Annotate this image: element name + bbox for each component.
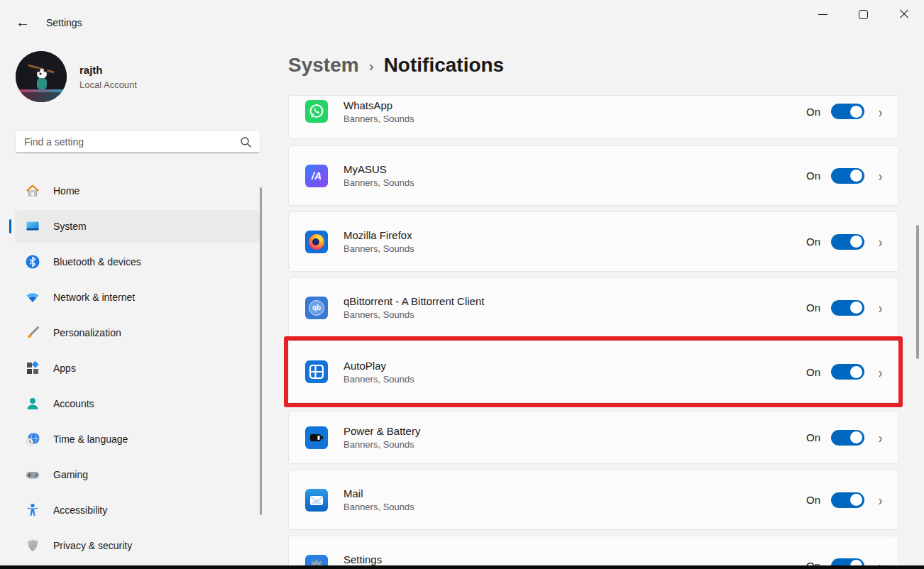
sidebar-item-accounts[interactable]: Accounts: [15, 387, 260, 420]
page-title: Notifications: [384, 54, 505, 77]
firefox-icon: [305, 231, 328, 253]
notification-toggle[interactable]: [831, 430, 864, 446]
paintbrush-icon: [25, 325, 40, 341]
toggle-knob: [850, 366, 862, 378]
mail-icon: [305, 489, 328, 512]
accessibility-icon: [25, 502, 40, 518]
myasus-glyph: /A: [312, 170, 321, 182]
back-button[interactable]: ←: [11, 11, 34, 33]
chevron-right-icon[interactable]: ›: [879, 492, 883, 507]
app-subtitle: Banners, Sounds: [343, 243, 414, 254]
app-row-mail[interactable]: Mail Banners, Sounds On ›: [288, 470, 899, 530]
toggle-knob: [850, 170, 862, 182]
firefox-logo: [309, 234, 324, 250]
notification-toggle[interactable]: [831, 168, 864, 184]
toggle-knob: [850, 106, 862, 118]
breadcrumb-chevron-icon: ›: [369, 57, 374, 74]
app-row-autoplay[interactable]: AutoPlay Banners, Sounds On ›: [288, 341, 899, 403]
toggle-knob: [850, 431, 862, 443]
sidebar-item-gaming[interactable]: Gaming: [15, 458, 260, 491]
maximize-icon: [859, 10, 868, 19]
sidebar-item-network-internet[interactable]: Network & internet: [15, 281, 260, 314]
power-battery-icon: [305, 426, 328, 449]
maximize-button[interactable]: [843, 0, 884, 28]
toggle-state-label: On: [806, 431, 820, 443]
minimize-button[interactable]: [803, 0, 843, 28]
sidebar-item-accessibility[interactable]: Accessibility: [15, 494, 260, 526]
app-row-settings[interactable]: Settings Banners, Sounds On ›: [288, 536, 899, 569]
row-controls: On ›: [806, 234, 883, 250]
app-row-qbittorrent[interactable]: qb qBittorrent - A Bittorrent Client Ban…: [288, 277, 899, 338]
chevron-right-icon[interactable]: ›: [879, 300, 883, 315]
toggle-state-label: On: [806, 302, 820, 314]
app-row-myasus[interactable]: /A MyASUS Banners, Sounds On ›: [288, 145, 899, 206]
caption-controls: [803, 0, 924, 28]
sidebar-scrollbar[interactable]: [260, 187, 262, 515]
close-button[interactable]: [884, 0, 924, 28]
sidebar-item-home[interactable]: Home: [15, 175, 260, 207]
app-text: qBittorrent - A Bittorrent Client Banner…: [343, 295, 484, 320]
sidebar-item-time-language[interactable]: Time & language: [15, 423, 260, 455]
myasus-icon: /A: [305, 165, 328, 187]
notification-toggle[interactable]: [831, 234, 864, 250]
app-subtitle: Banners, Sounds: [343, 439, 420, 450]
sidebar-item-label: Personalization: [53, 327, 121, 338]
sidebar-item-bluetooth-devices[interactable]: Bluetooth & devices: [15, 245, 260, 278]
content-scrollbar[interactable]: [916, 225, 919, 359]
search-icon[interactable]: [240, 136, 252, 148]
search-input[interactable]: [16, 131, 260, 153]
toggle-state-label: On: [806, 170, 820, 182]
toggle-state-label: On: [806, 494, 820, 506]
chevron-right-icon[interactable]: ›: [879, 365, 883, 380]
chevron-right-icon[interactable]: ›: [879, 168, 883, 183]
app-text: WhatsApp Banners, Sounds: [343, 99, 414, 124]
row-controls: On ›: [806, 430, 883, 446]
qbittorrent-icon: qb: [305, 297, 328, 319]
app-subtitle: Banners, Sounds: [343, 309, 484, 320]
app-title: Settings: [343, 553, 414, 565]
avatar[interactable]: [16, 51, 67, 102]
gamepad-icon: [25, 467, 40, 482]
app-row-whatsapp[interactable]: WhatsApp Banners, Sounds On ›: [288, 95, 899, 139]
app-text: AutoPlay Banners, Sounds: [343, 360, 414, 385]
toggle-knob: [850, 236, 862, 248]
app-title: MyASUS: [343, 163, 414, 175]
settings-window: { "window": { "title": "Settings", "back…: [0, 0, 924, 569]
breadcrumb-system[interactable]: System: [288, 54, 359, 77]
chevron-right-icon[interactable]: ›: [879, 430, 883, 445]
sidebar-item-label: Network & internet: [53, 292, 135, 303]
sidebar-item-privacy-security[interactable]: Privacy & security: [15, 529, 260, 562]
sidebar-item-apps[interactable]: Apps: [15, 352, 260, 385]
app-row-firefox[interactable]: Mozilla Firefox Banners, Sounds On ›: [288, 211, 899, 272]
toggle-state-label: On: [806, 236, 820, 248]
sidebar-item-system[interactable]: System: [15, 210, 260, 243]
sidebar-item-label: Accounts: [53, 398, 94, 409]
sidebar-item-personalization[interactable]: Personalization: [15, 316, 260, 349]
notification-toggle[interactable]: [831, 364, 864, 380]
row-controls: On ›: [806, 364, 883, 380]
app-title: Mail: [343, 487, 414, 499]
notification-toggle[interactable]: [831, 492, 864, 508]
notification-toggle[interactable]: [831, 300, 864, 316]
screen-edge: [0, 565, 924, 569]
app-row-power-battery[interactable]: Power & Battery Banners, Sounds On ›: [288, 411, 899, 464]
sidebar-item-label: System: [53, 221, 87, 232]
toggle-knob: [850, 494, 862, 506]
sidebar-item-label: Bluetooth & devices: [53, 256, 141, 267]
toggle-state-label: On: [806, 106, 820, 118]
row-controls: On ›: [806, 492, 883, 508]
sidebar-nav: Home System Bluetooth & devices Network …: [15, 175, 260, 565]
chevron-right-icon[interactable]: ›: [879, 104, 883, 119]
row-controls: On ›: [806, 104, 883, 119]
apps-icon: [25, 360, 40, 376]
chevron-right-icon[interactable]: ›: [879, 234, 883, 249]
user-account-type: Local Account: [79, 79, 137, 90]
sidebar-item-label: Apps: [53, 363, 76, 374]
app-text: Power & Battery Banners, Sounds: [343, 425, 420, 450]
qbittorrent-logo: qb: [309, 300, 324, 316]
app-subtitle: Banners, Sounds: [343, 374, 414, 385]
minimize-icon: [818, 14, 827, 15]
toggle-knob: [850, 302, 862, 314]
notification-toggle[interactable]: [831, 104, 864, 119]
shield-icon: [25, 538, 40, 553]
